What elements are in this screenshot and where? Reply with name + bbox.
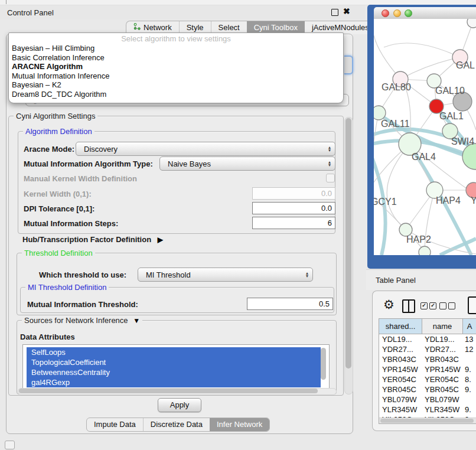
which-threshold-label: Which threshold to use: <box>39 270 126 279</box>
mi-threshold-input[interactable]: 0.5 <box>247 298 333 310</box>
cyni-settings-title: Cyni Algorithm Settings <box>14 112 97 120</box>
node-label-hap4: HAP4 <box>436 195 461 206</box>
collapse-down-icon[interactable]: ▼ <box>133 317 140 325</box>
page-icon[interactable] <box>468 296 476 314</box>
table-row[interactable]: YLR345WYLR345W9. <box>379 405 476 415</box>
table-cell: YBR045C <box>379 384 422 394</box>
table-row[interactable]: YBL079WYBL079W <box>379 394 476 405</box>
manual-kernel-checkbox[interactable] <box>326 174 335 182</box>
mi-threshold-label: Mutual Information Threshold: <box>27 300 138 309</box>
network-view-canvas[interactable]: GALGAL80GAL10GAL1GAL11SWI4GAL4HAP4YGCY1H… <box>374 19 476 255</box>
table-cell: YLR345W <box>422 405 462 415</box>
mi-type-combo[interactable]: Naive Bayes ▴▾ <box>159 156 335 171</box>
mi-steps-label: Mutual Information Steps: <box>24 219 118 228</box>
deselect-all-columns-icon[interactable] <box>439 302 455 309</box>
network-node[interactable] <box>419 246 431 255</box>
table-row[interactable]: YER054CYER054C8. <box>379 374 476 384</box>
table-cell: YER054C <box>422 374 462 384</box>
threshold-definition-title: Threshold Definition <box>22 249 95 257</box>
kernel-width-input[interactable]: 0.0 <box>252 187 335 200</box>
algorithm-combo-focus-fragment[interactable] <box>344 56 353 74</box>
algorithm-option-bayesian-k2[interactable]: Bayesian – K2 <box>9 80 343 90</box>
algorithm-option-dream8-dc-tdc-algorithm[interactable]: Dream8 DC_TDC Algorithm <box>9 90 343 99</box>
network-node-gal11[interactable] <box>374 106 386 120</box>
mi-type-value: Naive Bayes <box>160 159 211 168</box>
algorithm-option-aracne-algorithm[interactable]: ARACNE Algorithm <box>9 62 343 71</box>
control-panel-title: Control Panel <box>0 8 54 17</box>
attributes-scrollbar-thumb[interactable] <box>321 348 326 380</box>
hub-definition-label[interactable]: Hub/Transcription Factor Definition ▶ <box>22 235 163 244</box>
table-cell: YER054C <box>379 374 422 384</box>
bottom-tab-impute-data-label: Impute Data <box>94 418 136 431</box>
algorithm-option-bayesian-hill-climbing[interactable]: Bayesian – Hill Climbing <box>9 44 343 53</box>
top-divider-tick <box>6 0 6 4</box>
node-label-gal11: GAL11 <box>381 119 410 129</box>
table-row[interactable]: YBR043CYBR043C <box>379 354 476 364</box>
sources-title[interactable]: Sources for Network Inference ▼ <box>22 316 142 325</box>
table-cell: YBR043C <box>422 354 462 364</box>
table-hscroll-thumb[interactable] <box>380 419 474 423</box>
attribute-item-betweennesscentrality[interactable]: BetweennessCentrality <box>27 367 321 377</box>
attribute-item-topologicalcoefficient[interactable]: TopologicalCoefficient <box>27 357 321 367</box>
bottom-tab-impute-data[interactable]: Impute Data <box>87 418 143 431</box>
minimize-traffic-icon[interactable] <box>393 9 401 17</box>
table-row[interactable]: YDL19...YDL19...13 <box>379 334 476 344</box>
table-hscroll-track[interactable] <box>379 418 476 424</box>
dpi-tolerance-input[interactable]: 0.0 <box>252 202 335 214</box>
node-label-gal4: GAL4 <box>412 152 436 162</box>
network-node[interactable] <box>462 144 476 169</box>
network-edge[interactable] <box>384 43 460 57</box>
data-attributes-label: Data Attributes <box>20 332 75 341</box>
attribute-item-selfloops[interactable]: SelfLoops <box>27 347 321 357</box>
aracne-mode-combo[interactable]: Discovery ▴▾ <box>76 142 335 156</box>
apply-button[interactable]: Apply <box>158 398 201 412</box>
which-threshold-value: MI Threshold <box>138 270 191 279</box>
bottom-tab-discretize-data-label: Discretize Data <box>151 418 203 431</box>
columns-icon[interactable] <box>402 299 415 313</box>
table-cell: 12 <box>462 344 476 354</box>
checked-box-icon: ✓ <box>420 302 428 309</box>
bottom-tab-infer-network-label: Infer Network <box>217 418 262 431</box>
table-cell: 8. <box>462 374 476 384</box>
dock-panel-icon[interactable] <box>5 441 15 449</box>
table-row[interactable]: YPR145WYPR145W9. <box>379 364 476 374</box>
table-cell: YBL079W <box>379 394 422 405</box>
close-icon[interactable]: ✖ <box>343 6 350 16</box>
select-all-columns-icon[interactable]: ✓ ✓ <box>420 302 436 309</box>
table-cell <box>462 394 476 405</box>
gear-icon[interactable]: ⚙ <box>383 298 395 312</box>
table-cell: YDL19... <box>379 334 422 344</box>
float-window-icon[interactable] <box>331 9 338 16</box>
column-header-shared[interactable]: shared... <box>379 319 422 334</box>
zoom-traffic-icon[interactable] <box>405 9 412 17</box>
settings-hscroll-thumb[interactable] <box>19 389 318 393</box>
unchecked-box-icon <box>439 302 446 309</box>
column-header-name[interactable]: name <box>422 319 463 334</box>
algorithm-option-basic-correlation-inference[interactable]: Basic Correlation Inference <box>9 53 343 63</box>
algorithm-option-mutual-information-inference[interactable]: Mutual Information Inference <box>9 71 343 81</box>
settings-scrollbar-thumb[interactable] <box>345 118 351 369</box>
table-row[interactable]: YBR045CYBR045C9. <box>379 384 476 394</box>
table-cell: 9. <box>462 405 476 415</box>
close-traffic-icon[interactable] <box>382 9 389 17</box>
table-panel-title: Table Panel <box>366 276 416 285</box>
table-cell: YPR145W <box>379 364 422 374</box>
expand-right-icon[interactable]: ▶ <box>158 236 163 244</box>
control-panel-titlebar: Control Panel <box>0 5 365 19</box>
node-label-gal80: GAL80 <box>382 82 411 92</box>
data-attributes-list[interactable]: SelfLoopsTopologicalCoefficientBetweenne… <box>22 344 330 389</box>
table-row[interactable]: YDR27...YDR27...12 <box>379 344 476 354</box>
kernel-width-label: Kernel Width (0,1): <box>24 190 92 198</box>
mi-steps-input[interactable]: 6 <box>252 217 335 229</box>
bottom-tab-infer-network[interactable]: Infer Network <box>210 418 269 431</box>
attribute-item-gal4rgexp[interactable]: gal4RGexp <box>27 377 321 387</box>
network-window-titlebar[interactable] <box>374 7 476 19</box>
table-cell: YBL079W <box>422 394 462 405</box>
node-label-swi4: SWI4 <box>451 136 474 146</box>
which-threshold-combo[interactable]: MI Threshold ▴▾ <box>138 268 313 282</box>
node-table: shared...nameA YDL19...YDL19...13YDR27..… <box>379 318 476 424</box>
network-node[interactable] <box>467 19 476 28</box>
column-header-a[interactable]: A <box>463 319 476 334</box>
network-edge[interactable] <box>387 144 410 230</box>
bottom-tab-discretize-data[interactable]: Discretize Data <box>143 418 210 431</box>
